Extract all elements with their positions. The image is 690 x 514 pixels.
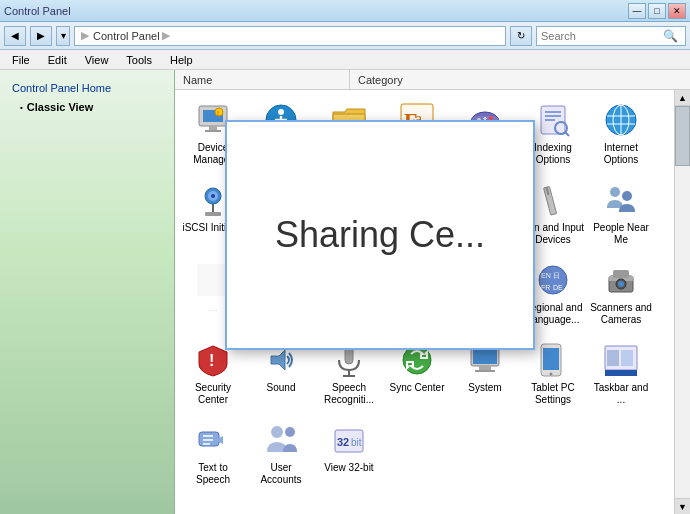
window-title: Control Panel bbox=[4, 5, 71, 17]
svg-point-36 bbox=[211, 194, 215, 198]
menu-view[interactable]: View bbox=[77, 52, 117, 68]
icon-label: Scanners and Cameras bbox=[589, 302, 653, 326]
svg-rect-43 bbox=[544, 186, 557, 215]
svg-rect-86 bbox=[621, 350, 633, 366]
tablet-pc-icon bbox=[533, 340, 573, 380]
svg-rect-77 bbox=[473, 348, 497, 364]
svg-text:32: 32 bbox=[337, 436, 349, 448]
svg-rect-81 bbox=[543, 348, 559, 370]
icons-area: Sharing Ce... ! Dev bbox=[175, 90, 690, 514]
svg-text:DE: DE bbox=[553, 284, 563, 291]
icon-label: Tablet PC Settings bbox=[521, 382, 585, 406]
forward-button[interactable]: ▶ bbox=[30, 26, 52, 46]
svg-point-91 bbox=[271, 426, 283, 438]
svg-text:EN: EN bbox=[541, 272, 551, 279]
minimize-button[interactable]: — bbox=[628, 3, 646, 19]
pen-input-icon bbox=[533, 180, 573, 220]
svg-rect-3 bbox=[205, 130, 221, 132]
list-item[interactable]: Taskbar and ... bbox=[587, 334, 655, 414]
menu-bar: File Edit View Tools Help bbox=[0, 50, 690, 70]
menu-edit[interactable]: Edit bbox=[40, 52, 75, 68]
svg-text:FR: FR bbox=[541, 284, 550, 291]
scrollbar[interactable]: ▲ ▼ bbox=[674, 90, 690, 514]
list-item[interactable]: Scanners and Cameras bbox=[587, 254, 655, 334]
search-icon: 🔍 bbox=[663, 29, 678, 43]
sharing-overlay-text: Sharing Ce... bbox=[275, 214, 485, 256]
file-area: Name Category Sharing Ce... bbox=[175, 70, 690, 514]
user-accounts-icon bbox=[261, 420, 301, 460]
refresh-button[interactable]: ↻ bbox=[510, 26, 532, 46]
sidebar: Control Panel Home • Classic View bbox=[0, 70, 175, 514]
icon-label: Taskbar and ... bbox=[589, 382, 653, 406]
address-bar: ◀ ▶ ▾ ▶ Control Panel ▶ ↻ 🔍 bbox=[0, 22, 690, 50]
svg-rect-85 bbox=[607, 350, 619, 366]
search-box[interactable]: 🔍 bbox=[536, 26, 686, 46]
svg-rect-84 bbox=[605, 370, 637, 376]
sidebar-item-classic-view[interactable]: • Classic View bbox=[0, 98, 174, 116]
scanners-cameras-icon bbox=[601, 260, 641, 300]
svg-point-46 bbox=[622, 191, 632, 201]
icon-label: User Accounts bbox=[249, 462, 313, 486]
svg-text:!: ! bbox=[217, 110, 219, 116]
bullet-icon: • bbox=[20, 103, 23, 112]
icon-label: View 32-bit bbox=[324, 462, 373, 474]
taskbar-icon bbox=[601, 340, 641, 380]
menu-help[interactable]: Help bbox=[162, 52, 201, 68]
icon-label: People Near Me bbox=[589, 222, 653, 246]
sidebar-item-label: Classic View bbox=[27, 101, 93, 113]
icon-label: Internet Options bbox=[589, 142, 653, 166]
list-item[interactable]: Text to Speech bbox=[179, 414, 247, 494]
svg-rect-79 bbox=[475, 370, 495, 372]
svg-point-7 bbox=[278, 109, 284, 115]
svg-rect-67 bbox=[613, 270, 629, 278]
icon-label: Sound bbox=[267, 382, 296, 394]
svg-text:bit: bit bbox=[351, 437, 362, 448]
svg-text:!: ! bbox=[209, 352, 214, 369]
back-button[interactable]: ◀ bbox=[4, 26, 26, 46]
sharing-center-overlay: Sharing Ce... bbox=[225, 120, 535, 350]
title-bar: Control Panel — □ ✕ bbox=[0, 0, 690, 22]
regional-language-icon: EN 日 FR DE bbox=[533, 260, 573, 300]
svg-text:日: 日 bbox=[553, 272, 560, 279]
column-headers: Name Category bbox=[175, 70, 690, 90]
indexing-icon bbox=[533, 100, 573, 140]
scroll-up-button[interactable]: ▲ bbox=[675, 90, 690, 106]
svg-rect-38 bbox=[205, 212, 221, 216]
col-name: Name bbox=[175, 70, 350, 89]
icon-label: ... bbox=[209, 302, 217, 314]
close-button[interactable]: ✕ bbox=[668, 3, 686, 19]
address-path: Control Panel bbox=[93, 30, 160, 42]
scroll-thumb[interactable] bbox=[675, 106, 690, 166]
dropdown-button[interactable]: ▾ bbox=[56, 26, 70, 46]
menu-file[interactable]: File bbox=[4, 52, 38, 68]
list-item[interactable]: People Near Me bbox=[587, 174, 655, 254]
svg-point-92 bbox=[285, 427, 295, 437]
view32bit-icon: 32 bit bbox=[329, 420, 369, 460]
scroll-track bbox=[675, 106, 690, 498]
internet-options-icon bbox=[601, 100, 641, 140]
svg-point-82 bbox=[550, 373, 553, 376]
list-item[interactable]: User Accounts bbox=[247, 414, 315, 494]
svg-point-45 bbox=[610, 187, 620, 197]
icon-label: Security Center bbox=[181, 382, 245, 406]
svg-rect-2 bbox=[209, 126, 217, 130]
icon-label: Speech Recogniti... bbox=[317, 382, 381, 406]
text-to-speech-icon bbox=[193, 420, 233, 460]
window-controls: — □ ✕ bbox=[628, 3, 686, 19]
list-item[interactable]: 32 bit View 32-bit bbox=[315, 414, 383, 494]
scroll-down-button[interactable]: ▼ bbox=[675, 498, 690, 514]
list-item[interactable]: Internet Options bbox=[587, 94, 655, 174]
menu-tools[interactable]: Tools bbox=[118, 52, 160, 68]
svg-line-28 bbox=[565, 132, 569, 136]
content-area: Control Panel Home • Classic View Name C… bbox=[0, 70, 690, 514]
sidebar-home[interactable]: Control Panel Home bbox=[0, 78, 174, 98]
svg-rect-78 bbox=[479, 366, 491, 370]
col-category: Category bbox=[350, 70, 403, 89]
svg-point-69 bbox=[618, 281, 624, 287]
people-near-me-icon bbox=[601, 180, 641, 220]
search-input[interactable] bbox=[541, 30, 661, 42]
icon-label: Text to Speech bbox=[181, 462, 245, 486]
maximize-button[interactable]: □ bbox=[648, 3, 666, 19]
svg-marker-71 bbox=[271, 350, 285, 370]
address-box[interactable]: ▶ Control Panel ▶ bbox=[74, 26, 506, 46]
